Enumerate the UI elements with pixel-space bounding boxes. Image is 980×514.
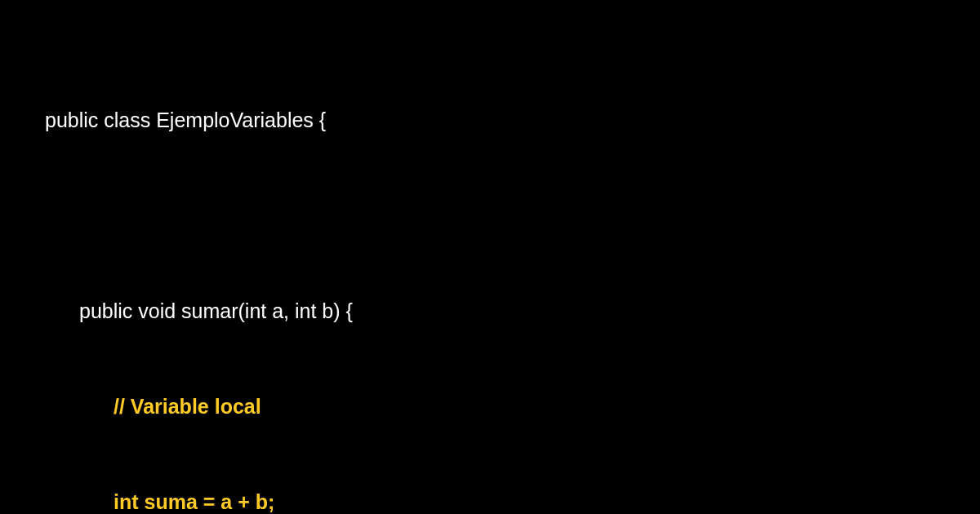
code-line-1: public class EjemploVariables { [45,104,935,136]
code-line-2: public void sumar(int a, int b) { [45,295,935,327]
code-block: public class EjemploVariables { public v… [45,41,935,514]
code-line-3: // Variable local [45,391,935,423]
code-line-4: int suma = a + b; [45,486,935,514]
blank-line [45,200,935,232]
